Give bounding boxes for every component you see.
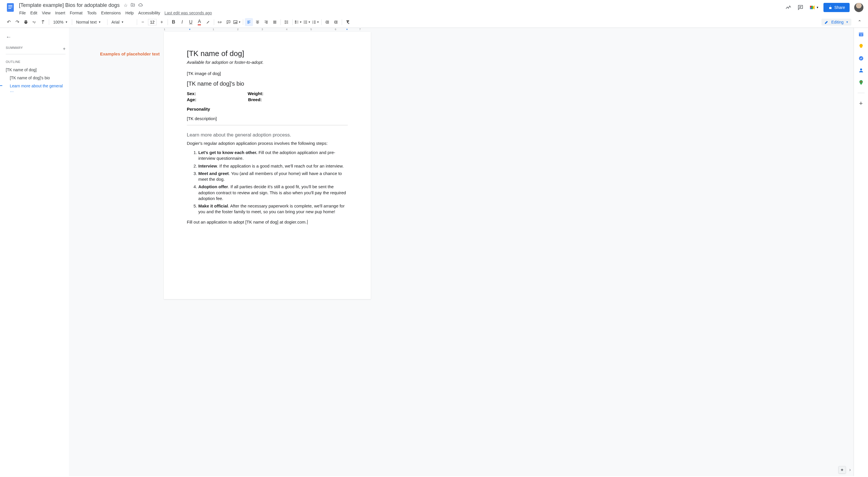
- doc-image-placeholder[interactable]: [TK image of dog]: [187, 71, 348, 76]
- bullet-list-icon[interactable]: ▼: [303, 18, 311, 26]
- link-icon[interactable]: [216, 18, 224, 26]
- svg-point-7: [304, 23, 305, 24]
- list-item: Let's get to know each other. Fill out t…: [198, 150, 348, 161]
- outline-item-learn[interactable]: Learn more about the general …: [6, 82, 65, 95]
- underline-icon[interactable]: U: [187, 18, 195, 26]
- undo-icon[interactable]: ↶: [5, 18, 13, 26]
- doc-steps-list[interactable]: Let's get to know each other. Fill out t…: [187, 150, 348, 215]
- clear-formatting-icon[interactable]: [344, 18, 352, 26]
- canvas[interactable]: 1 ▾ 1 2 3 4 5 6 ▾ 7 Examples of placehol…: [69, 28, 854, 476]
- side-panel: 31 +: [854, 28, 868, 476]
- doc-intro[interactable]: Dogier's regular adoption application pr…: [187, 141, 348, 146]
- numbered-list-icon[interactable]: 123▼: [312, 18, 320, 26]
- doc-outro[interactable]: Fill out an application to adopt [TK nam…: [187, 220, 348, 224]
- menu-tools[interactable]: Tools: [85, 9, 99, 17]
- decrease-indent-icon[interactable]: [323, 18, 331, 26]
- tasks-icon[interactable]: [858, 56, 864, 61]
- chevron-down-icon: ▼: [816, 6, 819, 9]
- font-size-input[interactable]: 12: [148, 19, 157, 25]
- menu-file[interactable]: File: [17, 9, 28, 17]
- svg-rect-1: [8, 5, 12, 6]
- line-spacing-icon[interactable]: [282, 18, 290, 26]
- checklist-icon[interactable]: ▼: [294, 18, 302, 26]
- header-right: ▼ Share: [785, 3, 863, 12]
- move-icon[interactable]: [130, 3, 135, 8]
- document-title[interactable]: [Template example] Bios for adoptable do…: [17, 2, 121, 9]
- add-summary-icon[interactable]: +: [63, 46, 65, 52]
- outline-sidebar: ← SUMMARY + OUTLINE [TK name of dog] [TK…: [0, 28, 69, 476]
- align-left-icon[interactable]: [245, 18, 253, 26]
- highlight-icon[interactable]: [204, 18, 212, 26]
- hide-panel-icon[interactable]: ›: [849, 467, 851, 472]
- annotation-label: Examples of placeholder text: [100, 52, 160, 56]
- redo-icon[interactable]: ↷: [13, 18, 21, 26]
- svg-rect-2: [8, 7, 12, 7]
- menu-accessibility[interactable]: Accessibility: [136, 9, 162, 17]
- svg-point-15: [860, 68, 862, 70]
- menu-help[interactable]: Help: [123, 9, 136, 17]
- doc-heading-3[interactable]: Learn more about the general adoption pr…: [187, 132, 348, 138]
- svg-point-5: [304, 21, 305, 21]
- collapse-toolbar-icon[interactable]: ⌃: [855, 18, 863, 26]
- keep-icon[interactable]: [858, 43, 864, 49]
- document-page[interactable]: [TK name of dog] Available for adoption …: [164, 32, 371, 299]
- share-button[interactable]: Share: [824, 3, 849, 12]
- bold-icon[interactable]: B: [169, 18, 178, 26]
- docs-logo[interactable]: [5, 2, 16, 13]
- cloud-status-icon[interactable]: [138, 3, 143, 8]
- menu-edit[interactable]: Edit: [28, 9, 39, 17]
- menu-extensions[interactable]: Extensions: [99, 9, 123, 17]
- activity-icon[interactable]: [785, 4, 792, 11]
- doc-description[interactable]: [TK description]: [187, 116, 348, 121]
- doc-sex-label[interactable]: Sex:: [187, 91, 196, 96]
- account-avatar[interactable]: [854, 3, 863, 12]
- paragraph-style-dropdown[interactable]: Normal text▼: [74, 19, 105, 26]
- contacts-icon[interactable]: [858, 67, 864, 73]
- doc-divider: [187, 125, 348, 125]
- meet-button[interactable]: ▼: [809, 4, 819, 11]
- zoom-dropdown[interactable]: 100%▼: [51, 19, 70, 26]
- maps-icon[interactable]: [858, 80, 864, 85]
- back-arrow-icon[interactable]: ←: [6, 34, 65, 40]
- increase-font-icon[interactable]: +: [158, 18, 166, 26]
- explore-icon[interactable]: ✦: [838, 466, 846, 474]
- last-edit-link[interactable]: Last edit was seconds ago: [164, 11, 212, 15]
- menu-view[interactable]: View: [40, 9, 53, 17]
- align-right-icon[interactable]: [262, 18, 270, 26]
- menu-format[interactable]: Format: [68, 9, 85, 17]
- print-icon[interactable]: [22, 18, 30, 26]
- svg-point-16: [860, 81, 861, 82]
- horizontal-ruler[interactable]: 1 ▾ 1 2 3 4 5 6 ▾ 7: [69, 28, 854, 32]
- spellcheck-icon[interactable]: [30, 18, 38, 26]
- doc-weight-label[interactable]: Weight:: [248, 91, 264, 96]
- comment-history-icon[interactable]: [797, 4, 804, 11]
- doc-personality-label[interactable]: Personality: [187, 106, 348, 112]
- bottom-controls: ✦ ›: [838, 466, 851, 474]
- calendar-icon[interactable]: 31: [858, 31, 864, 37]
- align-center-icon[interactable]: [253, 18, 261, 26]
- doc-age-label[interactable]: Age:: [187, 97, 196, 102]
- editing-mode-dropdown[interactable]: Editing ▼: [822, 19, 851, 26]
- star-icon[interactable]: ☆: [124, 3, 128, 8]
- font-dropdown[interactable]: Arial▼: [109, 19, 135, 26]
- paint-format-icon[interactable]: [39, 18, 47, 26]
- doc-breed-label[interactable]: Breed:: [248, 97, 262, 102]
- outline-item-bio[interactable]: [TK name of dog]'s bio: [6, 74, 65, 82]
- svg-point-6: [304, 22, 305, 23]
- outline-item-h1[interactable]: [TK name of dog]: [6, 66, 65, 74]
- doc-subtitle[interactable]: Available for adoption or foster-to-adop…: [187, 60, 348, 65]
- decrease-font-icon[interactable]: −: [139, 18, 147, 26]
- text-color-icon[interactable]: A: [195, 18, 204, 26]
- add-on-icon[interactable]: +: [858, 101, 864, 106]
- comment-icon[interactable]: [224, 18, 232, 26]
- doc-heading-1[interactable]: [TK name of dog]: [187, 49, 348, 58]
- list-item: Meet and greet. You (and all members of …: [198, 171, 348, 183]
- toolbar: ↶ ↷ 100%▼ Normal text▼ Arial▼ − 12 + B I…: [0, 17, 868, 28]
- image-icon[interactable]: ▼: [233, 18, 241, 26]
- italic-icon[interactable]: I: [178, 18, 186, 26]
- doc-heading-2[interactable]: [TK name of dog]'s bio: [187, 81, 348, 87]
- vertical-ruler[interactable]: [69, 32, 73, 476]
- increase-indent-icon[interactable]: [332, 18, 340, 26]
- align-justify-icon[interactable]: [271, 18, 279, 26]
- menu-insert[interactable]: Insert: [53, 9, 67, 17]
